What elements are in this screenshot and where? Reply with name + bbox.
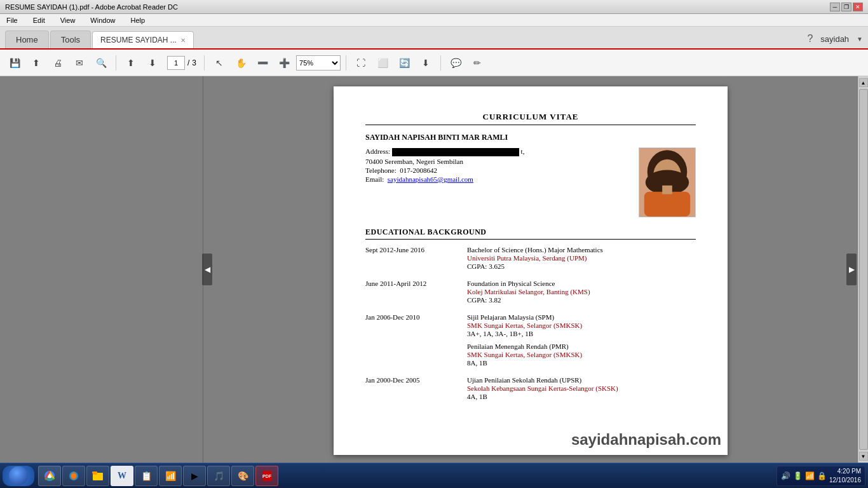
scroll-bar[interactable]: ▲ ▼ [858,76,868,463]
edu-section-header: EDUCATIONAL BACKGROUND [365,227,696,240]
help-icon[interactable]: ? [807,33,813,44]
edu-degree-1: Foundation in Physical Science [467,280,696,287]
edu-degree-0: Bachelor of Science (Hons.) Major Mathem… [467,246,696,254]
edu-result-0: CGPA: 3.625 [467,262,696,270]
window-title: RESUME SAYIDAH (1).pdf - Adobe Acrobat R… [5,3,178,11]
edu-details-1: Foundation in Physical Science Kolej Mat… [467,280,696,304]
person-name: SAYIDAH NAPISAH BINTI MAR RAMLI [365,133,696,142]
watermark: sayidahnapisah.com [571,431,721,449]
edu-date-0: Sept 2012-June 2016 [365,246,467,271]
system-tray: 🔊 🔋 📶 🔒 4:20 PM 12/10/2016 [776,466,865,486]
tray-clock[interactable]: 4:20 PM 12/10/2016 [829,467,861,485]
zoom-out-button[interactable]: ➖ [253,53,272,72]
taskbar-wifi[interactable]: 📶 [159,466,182,486]
taskbar-pdf[interactable]: PDF [255,466,278,486]
search-button[interactable]: 🔍 [92,53,111,72]
tab-home[interactable]: Home [5,30,49,48]
edu-institution-2: SMK Sungai Kertas, Selangor (SMKSK) [467,322,696,329]
minimize-button[interactable]: ─ [830,3,840,11]
next-page-button[interactable]: ⬇ [143,53,162,72]
zoom-in-button[interactable]: ➕ [275,53,294,72]
scroll-down-arrow[interactable]: ▼ [859,452,868,461]
edu-degree-3: Ujian Penilaian Sekolah Rendah (UPSR) [467,376,696,384]
taskbar-firefox[interactable] [62,466,85,486]
hand-tool[interactable]: ✋ [231,53,250,72]
print-button[interactable]: 🖨 [48,53,67,72]
taskbar: W 📋 📶 ▶ 🎵 🎨 PDF 🔊 🔋 📶 🔒 4:20 PM 12/10/20… [0,463,868,488]
scroll-up-arrow[interactable]: ▲ [859,78,868,87]
left-panel [0,76,203,463]
edu-extra-result-2: 8A, 1B [467,359,696,367]
taskbar-media[interactable]: ▶ [183,466,206,486]
address-suffix: t, [521,147,525,155]
separator3 [346,55,346,71]
cv-title: CURRICULUM VITAE [365,112,696,125]
email-button[interactable]: ✉ [70,53,89,72]
menu-view[interactable]: View [57,15,79,25]
right-nav-arrow[interactable]: ▶ [846,254,857,285]
start-button[interactable] [3,466,34,486]
fit-width-button[interactable]: ⬜ [373,53,392,72]
taskbar-chrome[interactable] [38,466,61,486]
email-link[interactable]: sayidahnapisah65@gmail.com [388,175,473,183]
left-nav-arrow[interactable]: ◀ [202,254,212,285]
edu-extra-degree-2: Penilaian Menengah Rendah (PMR) [467,342,696,350]
tab-close-icon[interactable]: ✕ [180,37,186,44]
user-account[interactable]: sayidah [820,34,849,44]
user-chevron-icon[interactable]: ▼ [857,36,863,43]
address-line: Address: t, [365,147,639,156]
menu-window[interactable]: Window [86,15,119,25]
edu-institution-0: Universiti Putra Malaysia, Serdang (UPM) [467,254,696,262]
menu-help[interactable]: Help [126,15,149,25]
sign-button[interactable]: ✏ [468,53,487,72]
tab-document[interactable]: RESUME SAYIDAH ... ✕ [92,31,194,48]
start-orb-icon [9,466,28,485]
cursor-tool[interactable]: ↖ [210,53,229,72]
svg-rect-4 [644,192,690,217]
tab-tools[interactable]: Tools [50,30,91,48]
edu-institution-1: Kolej Matrikulasi Selangor, Banting (KMS… [467,288,696,295]
taskbar-paint[interactable]: 🎨 [231,466,254,486]
close-button[interactable]: ✕ [853,3,863,11]
comment-button[interactable]: 💬 [446,53,465,72]
taskbar-app1[interactable]: 📋 [135,466,158,486]
edu-row-3: Jan 2000-Dec 2005 Ujian Penilaian Sekola… [365,376,696,401]
contact-section: Address: t, 70400 Seremban, Negeri Sembi… [365,147,696,217]
separator1 [116,55,116,71]
edu-result-2: 3A+, 1A, 3A-, 1B+, 1B [467,330,696,337]
upload-button[interactable]: ⬆ [27,53,46,72]
zoom-select[interactable]: 75% 50% 100% 125% 150% [296,55,341,71]
tray-icon2: 🔋 [793,471,803,480]
page-separator: / [187,58,189,67]
menu-edit[interactable]: Edit [29,15,49,25]
tab-doc-label: RESUME SAYIDAH ... [100,36,177,44]
restore-button[interactable]: ❐ [841,3,851,11]
telephone-line: Telephone: 017-2008642 [365,166,639,174]
pdf-container[interactable]: CURRICULUM VITAE SAYIDAH NAPISAH BINTI M… [203,76,858,463]
tray-icon1: 🔊 [781,471,790,480]
chrome-icon [44,470,55,482]
email-line: Email: sayidahnapisah65@gmail.com [365,175,639,183]
photo-box [639,147,696,217]
edu-extra-institution-2: SMK Sungai Kertas, Selangor (SMKSK) [467,351,696,358]
svg-text:PDF: PDF [262,474,272,478]
taskbar-word[interactable]: W [111,466,133,486]
tray-icon4: 🔒 [817,471,827,480]
page-number-input[interactable]: 1 [167,56,185,70]
email-label: Email: [365,175,384,183]
page-total: 3 [192,58,196,67]
save-button[interactable]: 💾 [5,53,24,72]
download-button[interactable]: ⬇ [416,53,435,72]
taskbar-filemanager[interactable] [86,466,109,486]
pdf-icon: PDF [261,470,273,482]
address-line2: 70400 Seremban, Negeri Sembilan [365,158,639,165]
taskbar-vlc[interactable]: 🎵 [207,466,230,486]
menu-file[interactable]: File [3,15,22,25]
rotate-button[interactable]: 🔄 [395,53,414,72]
scroll-thumb[interactable] [859,89,868,450]
firefox-icon [68,470,79,482]
tray-time-value: 4:20 PM [829,467,861,476]
prev-page-button[interactable]: ⬆ [121,53,140,72]
content-wrapper: ◀ CURRICULUM VITAE SAYIDAH NAPISAH BINTI… [0,76,868,463]
fit-page-button[interactable]: ⛶ [351,53,370,72]
